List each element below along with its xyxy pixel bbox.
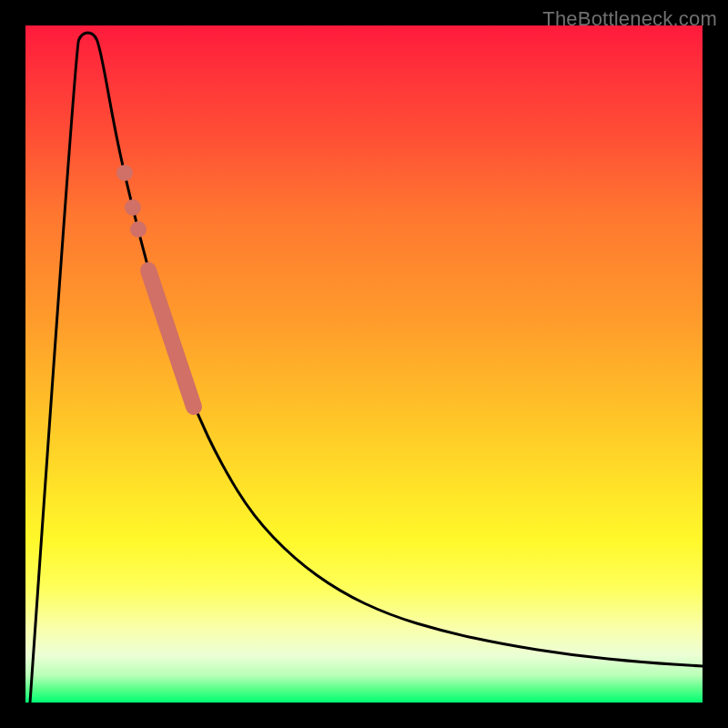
highlight-dots-group — [116, 165, 147, 238]
highlight-dot — [116, 165, 133, 181]
highlight-band-path — [148, 270, 194, 407]
highlight-dot — [125, 199, 141, 216]
plot-area — [25, 25, 703, 703]
bottleneck-curve-path — [30, 33, 703, 703]
highlight-dot — [130, 221, 147, 238]
curve-layer — [25, 25, 703, 703]
watermark-text: TheBottleneck.com — [542, 7, 717, 31]
